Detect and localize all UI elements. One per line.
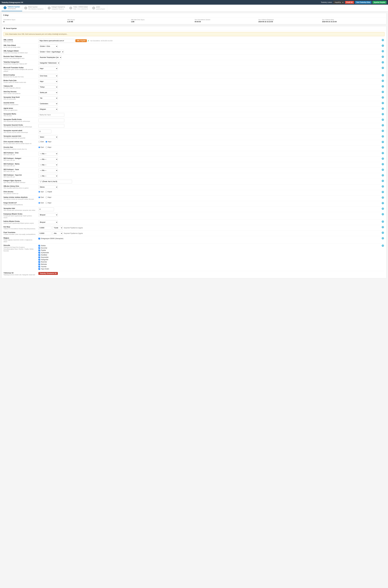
- help-icon-weight-unit[interactable]: ?: [382, 107, 384, 110]
- save-settings-button[interactable]: Ayarları Kaydet: [372, 1, 387, 4]
- help-icon-default-option-group[interactable]: ?: [382, 118, 384, 121]
- step-1[interactable]: 1 Yükleme Ayarları Temel Ayarlar: [1, 5, 22, 11]
- step-4[interactable]: 4 Yükle / CRON İinkleri Yükle / Cron Lin…: [67, 5, 90, 11]
- update-durumlar-input[interactable]: [38, 247, 40, 249]
- help-icon-upload-lang[interactable]: ?: [382, 85, 384, 88]
- weight-unit-select[interactable]: Kilogram: [38, 107, 58, 111]
- supplier-categories-select[interactable]: Kategoriler Yüklenmesin: [38, 61, 60, 65]
- help-icon-tax-class[interactable]: ?: [382, 96, 384, 99]
- seo-product-select[interactable]: — Atla —: [38, 152, 58, 156]
- help-icon-sold-out-drop[interactable]: ?: [382, 196, 384, 199]
- help-icon-category-tree[interactable]: ?: [382, 180, 384, 182]
- new-supplier-button[interactable]: Yeni Tedarikçi Ekle: [355, 1, 372, 4]
- default-variant-type-select[interactable]: Select: [38, 135, 58, 139]
- cargo-required-hayir[interactable]: Hayır: [46, 202, 51, 204]
- help-icon-length-unit[interactable]: ?: [382, 102, 384, 104]
- sold-out-drop-hayir[interactable]: Hayır: [46, 196, 51, 198]
- stock-status-select[interactable]: Stokta yok: [38, 91, 58, 94]
- default-option-group-input[interactable]: [38, 118, 64, 122]
- help-icon-campaign-customer-group[interactable]: ?: [382, 213, 384, 215]
- help-icon-xml-product-tag[interactable]: ?: [382, 45, 384, 47]
- default-variant-count-input[interactable]: [38, 130, 51, 133]
- ms-translator-select[interactable]: Hayır: [38, 67, 58, 70]
- help-icon-store[interactable]: ?: [382, 237, 384, 239]
- price-rounding-type-select[interactable]: Atla: [52, 232, 63, 235]
- update-secenekler-input[interactable]: [38, 257, 40, 258]
- category-tree-input[interactable]: [38, 180, 72, 183]
- profit-margin-input[interactable]: [38, 226, 51, 230]
- upload-lang-select[interactable]: Türkçe: [38, 85, 58, 89]
- help-icon-seo-product[interactable]: ?: [382, 152, 384, 154]
- help-icon-seo-category[interactable]: ?: [382, 158, 384, 160]
- profit-margin-type-select[interactable]: Yüzde: [52, 226, 63, 230]
- update-aciklamalar-input[interactable]: [38, 252, 40, 254]
- price-rounding-input[interactable]: [38, 232, 51, 235]
- product-status-kapali[interactable]: Kapalı: [45, 191, 52, 193]
- delete-supplier-products-button[interactable]: Tedarikçi Ürünlerini Sil: [38, 272, 58, 275]
- discount-customer-group-select[interactable]: Bireysel: [38, 220, 58, 224]
- help-icon-multi-output[interactable]: ?: [382, 80, 384, 82]
- help-icon-required-field[interactable]: ?: [382, 146, 384, 149]
- profile-delete-button[interactable]: Profil Sil: [345, 1, 354, 4]
- update-markalar-input[interactable]: [38, 263, 40, 265]
- xml-category-tag-select[interactable]: Ürünler > Ürün > AgacKategor: [38, 50, 64, 54]
- help-icon-supplier-categories[interactable]: ?: [382, 61, 384, 64]
- help-icon-xml-category-tag[interactable]: ?: [382, 50, 384, 52]
- help-icon-primary-key[interactable]: ?: [382, 74, 384, 76]
- default-brand-input[interactable]: [38, 113, 64, 117]
- image-load-select[interactable]: Resimleri Tedarikçiden Çek: [38, 56, 62, 59]
- update-fiyatlar-input[interactable]: [38, 250, 40, 251]
- step-2[interactable]: 2 Etiket Ayarları XML Etiketlerini Eşleş…: [22, 5, 46, 11]
- tax-class-select[interactable]: Yok: [38, 96, 58, 100]
- update-resimler-input[interactable]: [38, 261, 40, 263]
- help-icon-ms-translator[interactable]: ?: [382, 67, 384, 69]
- help-icon-cargo-required[interactable]: ?: [382, 202, 384, 204]
- seo-category-select[interactable]: — Atla —: [38, 158, 58, 161]
- help-icon-price-rounding[interactable]: ?: [382, 232, 384, 234]
- supplier-select[interactable]: HaydiGiy: [333, 1, 344, 4]
- help-icon-seo-publisher[interactable]: ?: [382, 174, 384, 176]
- xml-product-tag-select[interactable]: Ürünler > Ürün: [38, 45, 58, 48]
- help-icon-image-load[interactable]: ?: [382, 56, 384, 58]
- update-kategoriler-input[interactable]: [38, 259, 40, 260]
- product-status-acik[interactable]: Açık: [38, 191, 44, 193]
- help-icon-profit-margin[interactable]: ?: [382, 226, 384, 228]
- seo-brand-select[interactable]: — Atla —: [38, 163, 58, 167]
- update-yayin-evleri-input[interactable]: [38, 268, 40, 270]
- help-icon-variant-stock-out[interactable]: ?: [382, 141, 384, 143]
- xml-removed-product-select[interactable]: Eileme: [38, 185, 58, 189]
- update-ozellikler-input[interactable]: [38, 254, 40, 256]
- variant-stock-out-evet[interactable]: Evet: [38, 141, 44, 142]
- help-icon-default-brand[interactable]: ?: [382, 113, 384, 115]
- seo-publisher-select[interactable]: — Atla —: [38, 174, 58, 178]
- default-variant-group-input[interactable]: [38, 124, 64, 128]
- xml-link-input[interactable]: [38, 39, 75, 43]
- help-icon-seo-author[interactable]: ?: [382, 169, 384, 171]
- multi-output-select[interactable]: Hayır: [38, 80, 58, 83]
- seo-author-select[interactable]: — Atla —: [38, 169, 58, 172]
- cargo-required-evet[interactable]: Evet: [38, 202, 44, 204]
- length-unit-select[interactable]: Centimeters: [38, 102, 58, 105]
- help-icon-xml-removed-product[interactable]: ?: [382, 185, 384, 188]
- xml-save-button[interactable]: XML Kaydet: [75, 39, 87, 42]
- help-icon-default-variant-count[interactable]: ?: [382, 130, 384, 132]
- campaign-customer-group-select[interactable]: Bireysel: [38, 213, 58, 217]
- help-icon-product-status[interactable]: ?: [382, 191, 384, 193]
- help-icon-update[interactable]: ?: [382, 244, 384, 247]
- help-icon-default-variant-group[interactable]: ?: [382, 124, 384, 126]
- step-3[interactable]: 3 Kategori Eşleştirme Kategorileri Oluşt…: [46, 5, 67, 11]
- update-yazarlar-input[interactable]: [38, 266, 40, 267]
- step-5[interactable]: 5 ardım yardıma Aygılar: [90, 5, 107, 11]
- update-stoklar-input[interactable]: [38, 245, 40, 247]
- help-icon-discount-customer-group[interactable]: ?: [382, 220, 384, 223]
- help-icon-seo-brand[interactable]: ?: [382, 163, 384, 165]
- help-icon-stock-status[interactable]: ?: [382, 91, 384, 93]
- primary-key-select[interactable]: Ürün Kodu: [38, 74, 58, 78]
- sold-out-drop-evet[interactable]: Evet: [38, 196, 44, 198]
- help-icon-default-count[interactable]: ?: [382, 208, 384, 210]
- help-icon-xml-link[interactable]: ?: [382, 39, 384, 41]
- store-checkbox-input[interactable]: [38, 238, 40, 239]
- variant-stock-out-hayir[interactable]: Hayır: [46, 141, 51, 142]
- default-count-input[interactable]: [38, 208, 54, 211]
- required-field-evet[interactable]: Evet: [38, 146, 44, 148]
